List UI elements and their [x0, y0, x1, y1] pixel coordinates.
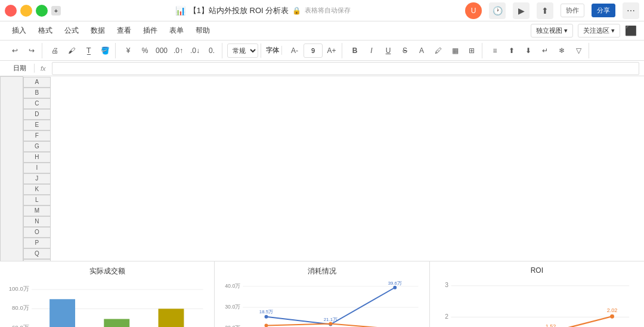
align-left-button[interactable]: ≡ — [487, 43, 503, 58]
titlebar: + 📊 【1】站内外投放 ROI 分析表 🔒 表格将自动保存 U 🕐 ▶ ⬆ 协… — [0, 0, 644, 21]
merge-button[interactable]: ⊞ — [464, 43, 479, 58]
svg-text:80.0万: 80.0万 — [12, 304, 29, 311]
maximize-button[interactable] — [36, 5, 48, 17]
font-size-dec-button[interactable]: A- — [287, 43, 302, 58]
svg-text:2: 2 — [445, 313, 448, 320]
menubar: 插入 格式 公式 数据 查看 插件 表单 帮助 独立视图 ▾ 关注选区 ▾ ⬛ — [0, 21, 644, 41]
bar-jan — [49, 299, 75, 327]
align-up-button[interactable]: ⬆ — [504, 43, 519, 58]
export-icon[interactable]: ⬆ — [537, 2, 553, 19]
svg-text:2.02: 2.02 — [606, 307, 617, 313]
toolbar-font-group: 字体 — [264, 46, 282, 55]
roi-chart-container: ROI 3 2 1 0 — [430, 261, 644, 327]
print-button[interactable]: 🖨 — [47, 43, 63, 58]
col-l: L — [23, 195, 51, 205]
history-icon[interactable]: 🕐 — [489, 2, 506, 19]
focus-selection-button[interactable]: 关注选区 ▾ — [578, 24, 620, 38]
col-n: N — [23, 216, 51, 227]
col-h: H — [23, 152, 51, 163]
format-painter-button[interactable]: 🖌 — [64, 43, 79, 58]
menu-help[interactable]: 帮助 — [191, 24, 215, 37]
roi-chart-svg: 3 2 1 0 — [435, 277, 639, 327]
menu-plugin[interactable]: 插件 — [138, 24, 162, 37]
percent-button[interactable]: % — [137, 43, 153, 58]
bold-button[interactable]: B — [347, 43, 363, 58]
decimal-dec-button[interactable]: .0↓ — [187, 43, 203, 58]
collaborate-button[interactable]: 协作 — [561, 4, 584, 17]
more-icon[interactable]: ⋯ — [623, 2, 639, 19]
toolbar-number-group: ¥ % 000 .0↑ .0↓ 0. — [118, 43, 222, 58]
menu-data[interactable]: 数据 — [86, 24, 110, 37]
formula-input[interactable] — [52, 62, 639, 75]
thousands-button[interactable]: 000 — [154, 43, 169, 58]
menu-view[interactable]: 查看 — [112, 24, 136, 37]
svg-text:30.0万: 30.0万 — [225, 304, 240, 310]
new-tab-button[interactable]: + — [51, 6, 61, 15]
svg-text:3: 3 — [445, 282, 448, 288]
bar-chart-title: 实际成交额 — [89, 266, 125, 276]
col-q: Q — [23, 248, 51, 259]
line-chart-svg: 40.0万 30.0万 20.0万 10.0万 0.0万 — [219, 279, 424, 327]
independent-view-button[interactable]: 独立视图 ▾ — [531, 24, 573, 38]
italic-button[interactable]: I — [364, 43, 379, 58]
col-b: B — [23, 88, 51, 98]
freeze-button[interactable]: ❄ — [554, 43, 569, 58]
font-color-button[interactable]: A — [414, 43, 429, 58]
strikethrough-button[interactable]: S — [397, 43, 413, 58]
filter-button[interactable]: ▽ — [571, 43, 586, 58]
svg-text:18.5万: 18.5万 — [259, 309, 273, 314]
font-size-inc-button[interactable]: A+ — [324, 43, 339, 58]
menu-insert[interactable]: 插入 — [7, 24, 31, 37]
settings-icon[interactable]: ⬛ — [625, 25, 637, 36]
font-label: 字体 — [266, 46, 279, 55]
clear-format-button[interactable]: T̲ — [80, 43, 96, 58]
wrap-button[interactable]: ↵ — [537, 43, 553, 58]
menu-format[interactable]: 格式 — [33, 24, 57, 37]
number-lock-button[interactable]: 0. — [204, 43, 219, 58]
lock-icon: 🔒 — [292, 7, 301, 15]
border-button[interactable]: ▦ — [447, 43, 463, 58]
decimal-inc-button[interactable]: .0↑ — [171, 43, 186, 58]
svg-text:60.0万: 60.0万 — [12, 324, 29, 327]
highlight-button[interactable]: 🖊 — [431, 43, 446, 58]
col-c: C — [23, 98, 51, 109]
align-down-button[interactable]: ⬇ — [521, 43, 536, 58]
titlebar-actions: U 🕐 ▶ ⬆ 协作 分享 ⋯ — [465, 2, 639, 19]
toolbar-size-group: A- A+ — [284, 43, 342, 58]
undo-button[interactable]: ↩ — [7, 43, 23, 58]
format-select[interactable]: 常规 — [227, 43, 258, 58]
share-button[interactable]: 分享 — [592, 4, 615, 17]
minimize-button[interactable] — [20, 5, 32, 17]
col-m: M — [23, 205, 51, 216]
dot-site-consume-3 — [394, 286, 397, 289]
menu-formula[interactable]: 公式 — [60, 24, 83, 37]
col-i: I — [23, 163, 51, 173]
line-chart-title: 消耗情况 — [308, 266, 336, 276]
font-size-input[interactable] — [304, 43, 323, 58]
charts-area: 实际成交额 100.0万 80.0万 60.0万 40.0万 20.0万 0.万 — [0, 261, 644, 327]
svg-text:40.0万: 40.0万 — [225, 283, 240, 289]
currency-button[interactable]: ¥ — [120, 43, 136, 58]
doc-icon: 📊 — [175, 6, 185, 15]
svg-text:1.52: 1.52 — [545, 323, 556, 327]
corner-cell — [1, 77, 23, 261]
bar-chart-container: 实际成交额 100.0万 80.0万 60.0万 40.0万 20.0万 0.万 — [0, 261, 215, 327]
play-icon[interactable]: ▶ — [513, 2, 530, 19]
roi-chart-area: 3 2 1 0 — [435, 277, 639, 327]
redo-button[interactable]: ↪ — [24, 43, 39, 58]
svg-text:20.0万: 20.0万 — [225, 325, 240, 327]
bucket-button[interactable]: 🪣 — [97, 43, 113, 58]
menu-form[interactable]: 表单 — [165, 24, 188, 37]
toolbar-format-select-group: 常规 — [225, 43, 261, 58]
col-e: E — [23, 120, 51, 130]
col-d: D — [23, 109, 51, 120]
formulabar: 日期 fx — [0, 61, 644, 76]
titlebar-title: 📊 【1】站内外投放 ROI 分析表 🔒 表格将自动保存 — [64, 5, 462, 16]
dot-inner-roi-3 — [610, 314, 614, 319]
bar-chart-svg: 100.0万 80.0万 60.0万 40.0万 20.0万 0.万 — [5, 279, 209, 327]
close-button[interactable] — [5, 5, 17, 17]
toolbar-align-group: ≡ ⬆ ⬇ ↵ ❄ ▽ — [485, 43, 589, 58]
underline-button[interactable]: U — [380, 43, 396, 58]
col-g: G — [23, 141, 51, 152]
col-f: F — [23, 130, 51, 141]
